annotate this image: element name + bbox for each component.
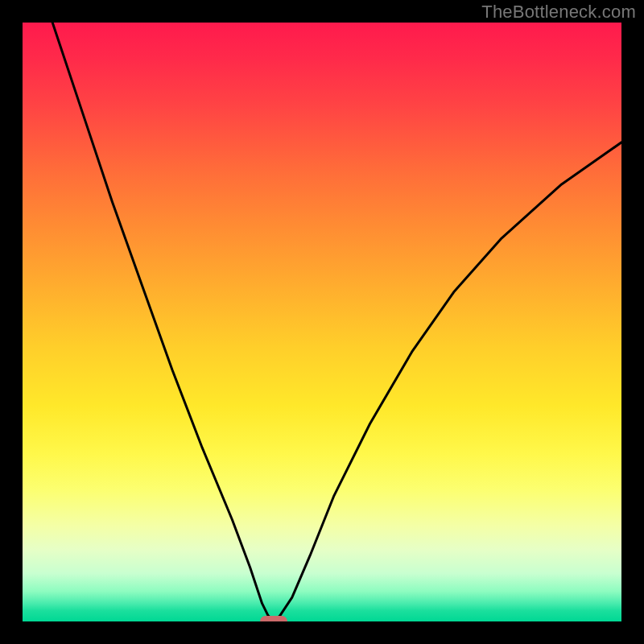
plot-area: [23, 23, 621, 621]
curve-layer: [23, 23, 621, 621]
optimal-point-marker: [260, 616, 287, 621]
chart-frame: TheBottleneck.com: [0, 0, 644, 644]
bottleneck-curve: [52, 23, 621, 621]
watermark-text: TheBottleneck.com: [481, 2, 636, 23]
